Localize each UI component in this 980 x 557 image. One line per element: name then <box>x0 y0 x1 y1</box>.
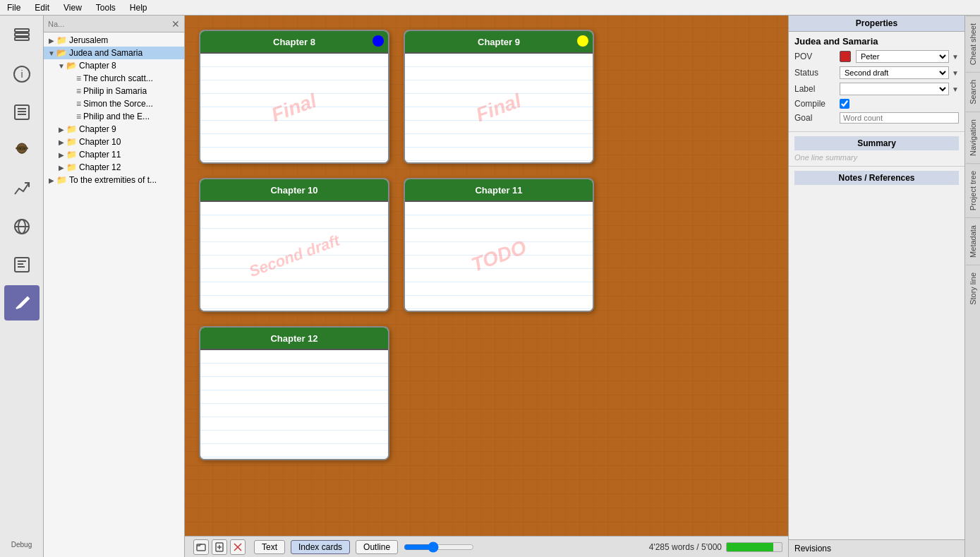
menu-file[interactable]: File <box>3 1 25 14</box>
label-label: Label <box>794 84 837 94</box>
card-watermark-4: TODO <box>468 236 529 277</box>
goal-input[interactable] <box>840 112 959 124</box>
compile-checkbox[interactable] <box>840 99 849 109</box>
tree-label-doc4: Philip and the E... <box>83 112 150 121</box>
tree-item-doc1[interactable]: ≡ The church scatt... <box>44 72 184 85</box>
prop-row-pov: POV Peter ▼ <box>794 50 959 63</box>
index-card-chapter12[interactable]: Chapter 12 <box>199 326 389 460</box>
tree-item-chapter11[interactable]: ▶ 📁 Chapter 11 <box>44 148 184 161</box>
tree-item-judea[interactable]: ▼ 📂 Judea and Samaria <box>44 47 184 59</box>
text-view-button[interactable]: Text <box>254 540 285 554</box>
folder-icon-judea: 📂 <box>56 48 67 58</box>
menu-view[interactable]: View <box>59 1 86 14</box>
tree-item-jerusalem[interactable]: ▶ 📁 Jerusalem <box>44 34 184 47</box>
tree-item-doc3[interactable]: ≡ Simon the Sorce... <box>44 97 184 110</box>
outline-button[interactable]: Outline <box>356 540 398 554</box>
svg-line-22 <box>19 306 20 307</box>
card-body-2: Final <box>405 54 593 162</box>
properties-panel: Properties Judea and Samaria POV Peter ▼… <box>788 16 964 557</box>
sidebar-btn-outline[interactable] <box>4 247 40 282</box>
card-title-5: Chapter 12 <box>270 333 317 344</box>
tab-story-line[interactable]: Story line <box>966 265 980 312</box>
folder-icon-jerusalem: 📁 <box>56 35 67 45</box>
bottom-toolbar: Text Index cards Outline 4'285 words / 5… <box>185 536 788 557</box>
add-file-button[interactable] <box>212 539 227 555</box>
doc-icon-4: ≡ <box>76 112 81 121</box>
footer-icons <box>190 539 248 555</box>
tab-search[interactable]: Search <box>966 72 980 112</box>
card-body-3: Second draft <box>200 202 388 311</box>
sidebar-btn-navigator[interactable] <box>4 18 40 54</box>
corkboard: Chapter 8 Final Chapter 9 Final <box>185 16 788 536</box>
card-header-3: Chapter 10 <box>200 179 388 202</box>
revisions-label: Revisions <box>794 544 831 553</box>
card-dot-2 <box>577 35 588 47</box>
tree-label-chapter8: Chapter 8 <box>79 61 116 71</box>
prop-section-title-text: Judea and Samaria <box>794 36 878 47</box>
index-card-chapter10[interactable]: Chapter 10 Second draft <box>199 178 389 312</box>
index-card-chapter8[interactable]: Chapter 8 Final <box>199 30 389 164</box>
svg-rect-2 <box>15 37 29 40</box>
tree-search-input[interactable] <box>48 20 169 28</box>
menu-edit[interactable]: Edit <box>30 1 54 14</box>
svg-text:i: i <box>20 68 23 80</box>
index-card-chapter11[interactable]: Chapter 11 TODO <box>404 178 594 312</box>
tab-metadata[interactable]: Metadata <box>966 217 980 265</box>
tree-label-chapter11: Chapter 11 <box>79 150 121 160</box>
tab-cheat-sheet[interactable]: Cheat sheet <box>966 16 980 72</box>
prop-row-label: Label ▼ <box>794 83 959 95</box>
status-select[interactable]: Second draft <box>840 66 949 79</box>
compile-label: Compile <box>794 99 837 109</box>
tree-label-doc2: Philip in Samaria <box>83 86 147 96</box>
properties-title: Properties <box>789 16 964 32</box>
tree-item-chapter10[interactable]: ▶ 📁 Chapter 10 <box>44 136 184 148</box>
prop-row-compile: Compile <box>794 99 959 109</box>
notes-title: Notes / References <box>794 171 959 185</box>
card-title-2: Chapter 9 <box>478 37 520 47</box>
prop-row-section-title: Judea and Samaria <box>794 36 959 47</box>
word-count-text: 4'285 words / 5'000 <box>649 542 722 552</box>
tree-item-doc2[interactable]: ≡ Philip in Samaria <box>44 85 184 97</box>
index-cards-button[interactable]: Index cards <box>291 540 350 554</box>
sidebar-btn-trend[interactable] <box>4 171 40 206</box>
prop-row-goal: Goal <box>794 112 959 124</box>
tree-label-doc1: The church scatt... <box>83 73 153 83</box>
sidebar-btn-notes[interactable] <box>4 95 40 130</box>
tree-label-chapter10: Chapter 10 <box>79 137 121 147</box>
tab-navigation[interactable]: Navigation <box>966 112 980 163</box>
arrow-judea: ▼ <box>47 49 56 57</box>
index-card-chapter9[interactable]: Chapter 9 Final <box>404 30 594 164</box>
tree-item-chapter9[interactable]: ▶ 📁 Chapter 9 <box>44 123 184 136</box>
doc-icon-1: ≡ <box>76 73 81 83</box>
tree-close-button[interactable]: ✕ <box>171 18 180 30</box>
tree-panel: ✕ ▶ 📁 Jerusalem ▼ 📂 Judea and Samaria ▼ <box>44 16 185 557</box>
sidebar-btn-writing[interactable] <box>4 285 40 321</box>
folder-icon-extremities: 📁 <box>56 175 67 185</box>
card-title-1: Chapter 8 <box>273 37 315 47</box>
sidebar-btn-globe[interactable] <box>4 209 40 244</box>
tree-item-extremities[interactable]: ▶ 📁 To the extremities of t... <box>44 174 184 186</box>
menu-tools[interactable]: Tools <box>92 1 120 14</box>
tree-item-chapter8[interactable]: ▼ 📂 Chapter 8 <box>44 59 184 72</box>
prop-row-status: Status Second draft ▼ <box>794 66 959 79</box>
tree-item-doc4[interactable]: ≡ Philip and the E... <box>44 110 184 123</box>
tab-project-tree[interactable]: Project tree <box>966 163 980 217</box>
card-title-4: Chapter 11 <box>475 185 522 196</box>
sidebar-btn-info[interactable]: i <box>4 56 40 92</box>
zoom-slider[interactable] <box>404 541 474 553</box>
sidebar-btn-detective[interactable] <box>4 133 40 168</box>
card-watermark-3: Second draft <box>246 232 341 281</box>
tree-label-extremities: To the extremities of t... <box>69 175 157 185</box>
add-folder-button[interactable] <box>193 539 209 555</box>
word-count: 4'285 words / 5'000 <box>649 542 782 552</box>
folder-icon-chapter10: 📁 <box>66 137 77 147</box>
card-body-4: TODO <box>405 202 593 311</box>
svg-point-13 <box>19 148 20 150</box>
menu-help[interactable]: Help <box>126 1 152 14</box>
label-select[interactable] <box>840 83 949 95</box>
card-watermark-2: Final <box>473 90 524 126</box>
pov-select[interactable]: Peter <box>856 50 949 63</box>
tree-item-chapter12[interactable]: ▶ 📁 Chapter 12 <box>44 161 184 174</box>
delete-button[interactable] <box>230 539 246 555</box>
card-dot-1 <box>373 35 384 47</box>
